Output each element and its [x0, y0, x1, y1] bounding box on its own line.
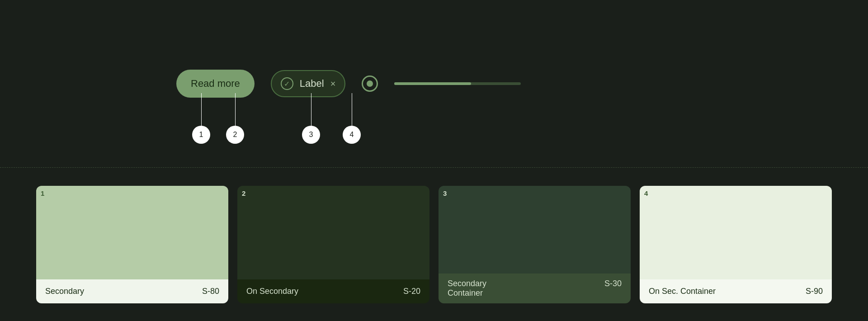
read-more-button[interactable]: Read more [176, 70, 255, 98]
widget-container: Read more ✓ Label × [176, 70, 521, 98]
card-2-label-row: On Secondary S-20 [237, 279, 429, 303]
chip-label: Label [300, 78, 324, 90]
card-3-color-block [439, 186, 631, 274]
card-1-name: Secondary [45, 287, 84, 296]
swatch-card-2: 2 On Secondary S-20 [237, 186, 429, 303]
card-4-color-block [640, 186, 832, 279]
card-1-label-row: Secondary S-80 [36, 279, 228, 303]
card-number-1: 1 [41, 189, 44, 197]
slider-fill [394, 82, 471, 85]
card-number-3: 3 [443, 189, 447, 197]
card-number-2: 2 [242, 189, 245, 197]
annotation-2: 2 [226, 126, 244, 144]
card-2-name: On Secondary [246, 287, 298, 296]
card-3-label-row: Secondary Container S-30 [439, 274, 631, 303]
card-1-code: S-80 [202, 287, 219, 296]
card-3-code: S-30 [604, 279, 622, 288]
card-4-label-row: On Sec. Container S-90 [640, 279, 832, 303]
connector-4 [352, 93, 352, 126]
card-4-name: On Sec. Container [649, 287, 716, 296]
card-2-code: S-20 [403, 287, 420, 296]
connector-1 [201, 93, 202, 126]
swatch-card-4: 4 On Sec. Container S-90 [640, 186, 832, 303]
read-more-label: Read more [191, 78, 240, 89]
card-2-color-block [237, 186, 429, 279]
card-1-color-block [36, 186, 228, 279]
card-4-code: S-90 [806, 287, 823, 296]
widgets-row: Read more ✓ Label × [176, 70, 521, 98]
bottom-section: 1 Secondary S-80 2 On Secondary S-20 3 S… [0, 168, 868, 321]
slider-container [394, 82, 521, 85]
annotation-4: 4 [343, 126, 361, 144]
annotation-1: 1 [192, 126, 210, 144]
label-chip[interactable]: ✓ Label × [271, 70, 346, 97]
slider-track[interactable] [394, 82, 521, 85]
annotation-3: 3 [302, 126, 320, 144]
radio-inner [367, 80, 373, 87]
connector-3 [311, 93, 311, 126]
connector-2 [235, 93, 236, 126]
swatch-card-3: 3 Secondary Container S-30 [439, 186, 631, 303]
radio-button[interactable] [362, 76, 378, 92]
card-3-name: Secondary Container [448, 279, 486, 298]
swatch-card-1: 1 Secondary S-80 [36, 186, 228, 303]
check-icon: ✓ [281, 77, 293, 90]
top-section: Read more ✓ Label × [0, 0, 868, 167]
card-number-4: 4 [644, 189, 648, 197]
chip-close-icon[interactable]: × [330, 79, 336, 89]
